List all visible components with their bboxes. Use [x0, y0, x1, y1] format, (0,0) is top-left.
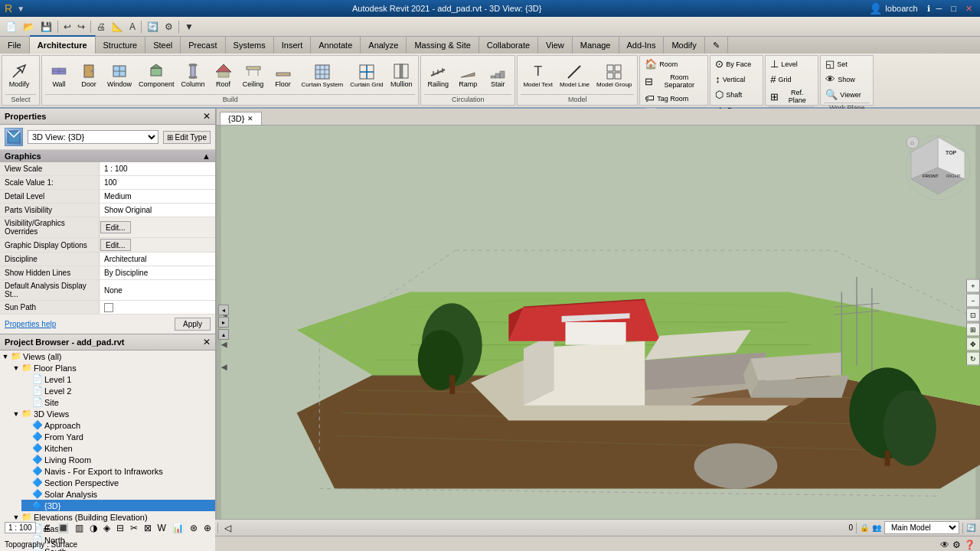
tree-item-level2[interactable]: 📄 Level 2	[21, 385, 215, 396]
railing-button[interactable]: Railing	[424, 60, 452, 90]
tab-insert[interactable]: Insert	[274, 37, 312, 54]
print-icon[interactable]: 🖨	[42, 523, 51, 533]
tree-item-site[interactable]: 📄 Site	[21, 396, 215, 408]
pan-button[interactable]: ✥	[966, 337, 980, 351]
shadow-icon[interactable]: ◑	[90, 523, 97, 533]
tab-precast[interactable]: Precast	[181, 37, 225, 54]
apply-button[interactable]: Apply	[175, 318, 211, 331]
tree-item-3d-current[interactable]: 🔷 {3D}	[21, 500, 215, 511]
edit-type-button[interactable]: ⊞ Edit Type	[163, 131, 211, 144]
highlight-icon[interactable]: ◈	[103, 523, 110, 533]
tree-item-navis[interactable]: 🔷 Navis - For Export to Infraworks	[21, 465, 215, 477]
qa-tag-button[interactable]: A	[127, 20, 138, 34]
design-options-icon[interactable]: ⊕	[204, 523, 211, 533]
qa-new-button[interactable]: 📄	[3, 20, 19, 34]
zoom-fit-button[interactable]: ⊡	[966, 308, 980, 322]
graphic-display-edit-button[interactable]: Edit...	[100, 239, 131, 251]
door-button[interactable]: Door	[75, 60, 103, 90]
qa-print-button[interactable]: 🖨	[94, 20, 108, 34]
detail-level-icon[interactable]: ▥	[75, 523, 83, 533]
view-tab-3d[interactable]: {3D} ✕	[220, 112, 262, 125]
sun-path-checkbox[interactable]	[104, 303, 113, 312]
tree-item-approach[interactable]: 🔷 Approach	[21, 419, 215, 431]
room-separator-button[interactable]: ⊟ Room Separator	[643, 73, 704, 90]
tab-architecture[interactable]: Architecture	[30, 35, 96, 54]
left-ctrl-3[interactable]: ▴	[218, 329, 229, 340]
tree-item-fromyard[interactable]: 🔷 From Yard	[21, 431, 215, 442]
model-text-button[interactable]: T Model Text	[521, 61, 555, 90]
bottom-settings-icon[interactable]: ⚙	[952, 540, 961, 550]
tree-item-sectionperspective[interactable]: 🔷 Section Perspective	[21, 477, 215, 488]
tree-item-3dviews[interactable]: ▼ 📁 3D Views	[11, 408, 215, 419]
tab-manage[interactable]: Manage	[573, 37, 619, 54]
tree-item-solaranalysis[interactable]: 🔷 Solar Analysis	[21, 488, 215, 500]
tab-collaborate[interactable]: Collaborate	[479, 37, 538, 54]
hide-icon[interactable]: ⊠	[144, 523, 152, 533]
close-button[interactable]: ✕	[962, 4, 975, 14]
sync-icon[interactable]: 🔄	[966, 523, 975, 532]
tab-analyze[interactable]: Analyze	[361, 37, 407, 54]
column-button[interactable]: Column	[179, 60, 207, 90]
tree-item-elevations[interactable]: ▼ 📁 Elevations (Building Elevation)	[11, 511, 215, 523]
tag-room-button[interactable]: 🏷 Tag Room	[643, 92, 690, 105]
zoom-region-button[interactable]: ⊞	[966, 323, 980, 337]
tab-annotate[interactable]: Annotate	[311, 37, 361, 54]
level-button[interactable]: ⊥ Level	[769, 57, 799, 70]
viewer-button[interactable]: 🔍 Viewer	[824, 88, 862, 101]
model-group-button[interactable]: Model Group	[594, 61, 634, 90]
wall-button[interactable]: Wall	[45, 60, 73, 90]
orbit-button[interactable]: ↻	[966, 352, 980, 366]
curtain-grid-button[interactable]: Curtain Grid	[348, 61, 385, 90]
tab-modify[interactable]: Modify	[664, 37, 704, 54]
model-line-button[interactable]: Model Line	[557, 61, 592, 90]
zoom-in-button[interactable]: +	[966, 279, 980, 293]
bottom-help-icon[interactable]: ❓	[964, 540, 975, 550]
tree-item-kitchen[interactable]: 🔷 Kitchen	[21, 442, 215, 454]
ref-plane-button[interactable]: ⊞ Ref. Plane	[769, 88, 815, 105]
project-browser-close-button[interactable]: ✕	[203, 337, 211, 347]
ramp-button[interactable]: Ramp	[454, 60, 482, 90]
show-workplane-button[interactable]: 👁 Show	[824, 73, 857, 86]
by-face-button[interactable]: ⊙ By Face	[714, 57, 753, 70]
viewport-3d[interactable]: TOP FRONT RIGHT ⌂ + − ⊡ ⊞ ✥	[217, 126, 980, 519]
left-ctrl-1[interactable]: ◂	[218, 305, 229, 315]
maximize-button[interactable]: □	[948, 4, 959, 13]
properties-help-link[interactable]: Properties help	[5, 318, 56, 331]
view-type-select[interactable]: 3D View: {3D}	[28, 130, 158, 144]
crop-icon[interactable]: ✂	[130, 523, 138, 533]
qa-sync-button[interactable]: 🔄	[145, 20, 161, 34]
vertical-button[interactable]: ↕ Vertical	[714, 73, 746, 86]
tab-massing-site[interactable]: Massing & Site	[407, 37, 479, 54]
view-tab-close-icon[interactable]: ✕	[247, 115, 253, 122]
room-button[interactable]: 🏠 Room	[643, 57, 679, 70]
mullion-button[interactable]: Mullion	[387, 60, 415, 90]
graphics-section-header[interactable]: Graphics ▲	[0, 150, 215, 162]
grid-button[interactable]: # Grid	[769, 73, 792, 86]
qa-dropdown-button[interactable]: ▼	[182, 20, 196, 34]
curtain-system-button[interactable]: Curtain System	[299, 61, 346, 90]
zoom-out-button[interactable]: −	[966, 294, 980, 308]
tab-systems[interactable]: Systems	[226, 37, 274, 54]
ceiling-button[interactable]: Ceiling	[240, 60, 267, 90]
reveal-icon[interactable]: ◁	[224, 523, 231, 533]
tab-addins[interactable]: Add-Ins	[619, 37, 665, 54]
tab-structure[interactable]: Structure	[96, 37, 146, 54]
window-button[interactable]: Window	[105, 60, 134, 90]
info-icon[interactable]: ℹ	[927, 4, 930, 14]
qa-save-button[interactable]: 💾	[38, 20, 54, 34]
shaft-button[interactable]: ⬡ Shaft	[714, 88, 743, 101]
qa-measure-button[interactable]: 📐	[109, 20, 126, 34]
qa-undo-button[interactable]: ↩	[61, 20, 74, 34]
tree-item-floorplans[interactable]: ▼ 📁 Floor Plans	[11, 362, 215, 373]
tree-item-livingroom[interactable]: 🔷 Living Room	[21, 454, 215, 465]
view-display-icon[interactable]: 🔳	[57, 523, 69, 533]
minimize-button[interactable]: ─	[933, 4, 946, 13]
phase-icon[interactable]: ⊛	[190, 523, 198, 533]
analysis-icon[interactable]: 📊	[172, 523, 184, 533]
qa-redo-button[interactable]: ↪	[75, 20, 87, 34]
floor-button[interactable]: Floor	[270, 60, 297, 90]
roof-button[interactable]: Roof	[210, 60, 237, 90]
vis-graphics-edit-button[interactable]: Edit...	[100, 221, 131, 233]
tab-view[interactable]: View	[538, 37, 573, 54]
qa-open-button[interactable]: 📂	[21, 20, 37, 34]
